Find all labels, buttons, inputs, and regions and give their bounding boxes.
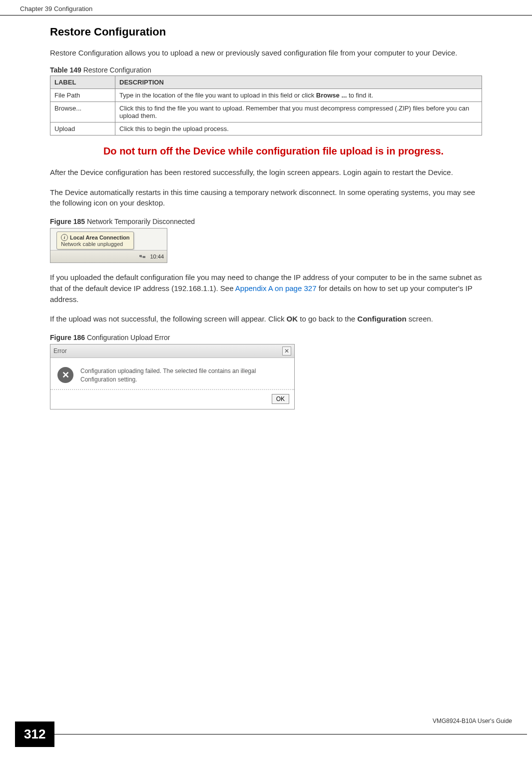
network-tray-icon bbox=[139, 253, 146, 260]
chapter-title: Chapter 39 Configuration bbox=[20, 5, 92, 12]
figure-185-caption: Figure 185 Network Temporarily Disconnec… bbox=[50, 218, 482, 226]
close-icon: ✕ bbox=[284, 348, 289, 354]
table-header-row: LABEL DESCRIPTION bbox=[50, 76, 482, 88]
footer-rule bbox=[54, 734, 527, 734]
table-row: Browse... Click this to find the file yo… bbox=[50, 102, 482, 122]
table-number: Table 149 bbox=[50, 66, 81, 74]
table-title: Restore Configuration bbox=[81, 66, 151, 74]
restore-config-table: LABEL DESCRIPTION File Path Type in the … bbox=[50, 76, 482, 136]
error-title: Error bbox=[53, 348, 67, 354]
section-heading: Restore Configuration bbox=[50, 26, 482, 38]
row-label: File Path bbox=[50, 88, 115, 102]
figure-title: Configuration Upload Error bbox=[85, 334, 170, 342]
page-content: Restore Configuration Restore Configurat… bbox=[0, 16, 532, 430]
error-message: Configuration uploading failed. The sele… bbox=[80, 367, 287, 384]
appendix-link[interactable]: Appendix A on page 327 bbox=[235, 284, 317, 292]
network-tooltip: i Local Area Connection Network cable un… bbox=[56, 232, 134, 250]
taskbar: 10:44 bbox=[50, 250, 167, 262]
desc-pre: Type in the location of the file you wan… bbox=[119, 92, 316, 99]
para-ip-address: If you uploaded the default configuratio… bbox=[50, 272, 482, 304]
figure-number: Figure 185 bbox=[50, 218, 85, 226]
row-desc: Click this to find the file you want to … bbox=[115, 102, 482, 122]
col-header-desc: DESCRIPTION bbox=[115, 76, 482, 88]
row-desc: Type in the location of the file you wan… bbox=[115, 88, 482, 102]
para-upload-fail: If the upload was not successful, the fo… bbox=[50, 314, 482, 324]
figure-186-caption: Figure 186 Configuration Upload Error bbox=[50, 334, 482, 342]
taskbar-time: 10:44 bbox=[150, 254, 164, 260]
fail-post: screen. bbox=[407, 314, 433, 323]
ok-button[interactable]: OK bbox=[272, 394, 289, 404]
table-row: File Path Type in the location of the fi… bbox=[50, 88, 482, 102]
close-button[interactable]: ✕ bbox=[282, 346, 291, 356]
error-body: ✕ Configuration uploading failed. The se… bbox=[50, 358, 294, 389]
table-row: Upload Click this to begin the upload pr… bbox=[50, 122, 482, 135]
page-number: 312 bbox=[15, 722, 54, 747]
error-footer: OK bbox=[50, 389, 294, 409]
row-label: Browse... bbox=[50, 102, 115, 122]
svg-rect-0 bbox=[139, 255, 142, 257]
warning-heading: Do not turn off the Device while configu… bbox=[50, 146, 482, 157]
desc-post: to find it. bbox=[347, 92, 373, 99]
ip-mid: ). See bbox=[213, 284, 235, 292]
page-footer: 312 bbox=[0, 722, 532, 747]
info-icon: i bbox=[61, 234, 68, 241]
default-ip: 192.168.1.1 bbox=[174, 284, 213, 292]
row-desc: Click this to begin the upload process. bbox=[115, 122, 482, 135]
tooltip-title-row: i Local Area Connection bbox=[61, 234, 129, 241]
fail-ok: OK bbox=[287, 314, 298, 323]
desc-bold: Browse ... bbox=[316, 92, 347, 99]
intro-paragraph: Restore Configuration allows you to uplo… bbox=[50, 48, 482, 58]
row-label: Upload bbox=[50, 122, 115, 135]
figure-number: Figure 186 bbox=[50, 334, 85, 342]
fail-pre: If the upload was not successful, the fo… bbox=[50, 314, 287, 323]
table-caption: Table 149 Restore Configuration bbox=[50, 66, 482, 74]
para-auto-restart: The Device automatically restarts in thi… bbox=[50, 187, 482, 209]
para-after-warning: After the Device configuration has been … bbox=[50, 167, 482, 178]
tooltip-title: Local Area Connection bbox=[70, 234, 129, 240]
error-dialog: Error ✕ ✕ Configuration uploading failed… bbox=[50, 344, 295, 410]
fail-config: Configuration bbox=[357, 314, 406, 323]
fail-mid: to go back to the bbox=[298, 314, 357, 323]
network-disconnect-figure: i Local Area Connection Network cable un… bbox=[50, 228, 167, 263]
page-header: Chapter 39 Configuration bbox=[0, 0, 532, 16]
error-icon: ✕ bbox=[57, 367, 73, 383]
figure-title: Network Temporarily Disconnected bbox=[85, 218, 195, 226]
error-x-icon: ✕ bbox=[62, 370, 69, 380]
tooltip-subtitle: Network cable unplugged bbox=[61, 241, 129, 247]
col-header-label: LABEL bbox=[50, 76, 115, 88]
error-titlebar: Error ✕ bbox=[50, 344, 294, 358]
